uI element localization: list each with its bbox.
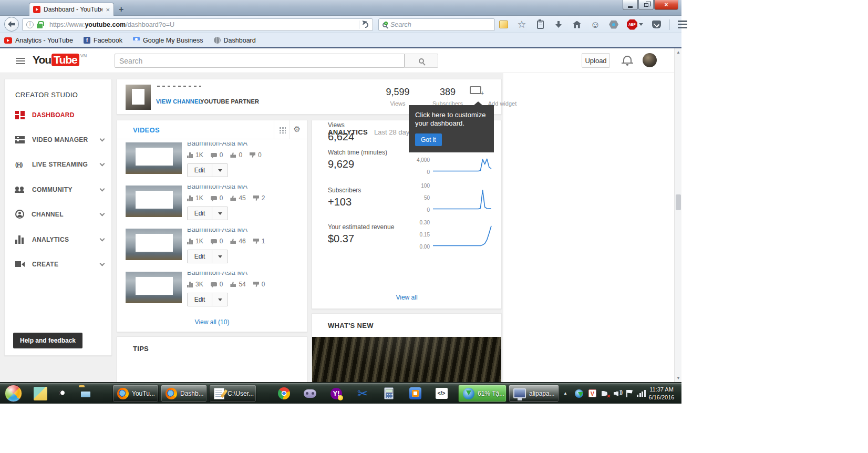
comments-icon — [211, 153, 217, 157]
sidebar-item-channel[interactable]: CHANNEL — [5, 202, 112, 226]
edit-dropdown-button[interactable] — [212, 293, 228, 306]
scissors-icon[interactable]: ✂ — [352, 385, 373, 402]
got-it-button[interactable]: Got it — [415, 133, 442, 146]
gear-icon[interactable]: ⚙ — [294, 125, 301, 134]
taskbar-button-youtube[interactable]: YouTu... — [112, 385, 159, 402]
edit-button[interactable]: Edit — [188, 250, 212, 263]
video-stats: 3K 0 54 0 — [187, 281, 268, 288]
sidebar-item-community[interactable]: COMMUNITY — [5, 177, 112, 202]
video-title-censored[interactable]: Badminton-Asia MA — [187, 272, 292, 276]
videos-view-all-link[interactable]: View all (10) — [117, 318, 307, 326]
bookmark-google-my-business[interactable]: Google My Business — [133, 37, 203, 44]
video-thumbnail[interactable] — [126, 229, 182, 260]
reading-list-icon[interactable] — [535, 19, 545, 30]
edit-dropdown-button[interactable] — [212, 164, 228, 177]
calculator-icon[interactable] — [378, 385, 399, 402]
browser-search-box[interactable]: + Search — [378, 18, 495, 31]
help-and-feedback-button[interactable]: Help and feedback — [13, 333, 82, 348]
speaker-icon[interactable] — [614, 383, 622, 404]
v-badge-icon[interactable]: V — [588, 383, 596, 404]
channel-icon — [15, 210, 24, 219]
video-thumbnail[interactable] — [126, 186, 182, 217]
youtube-search-input[interactable] — [115, 54, 405, 68]
upload-button[interactable]: Upload — [582, 53, 610, 68]
edit-dropdown-button[interactable] — [212, 250, 228, 263]
view-channel-link[interactable]: VIEW CHANNEL — [156, 98, 202, 105]
avatar[interactable] — [643, 53, 657, 67]
grid-view-icon[interactable] — [279, 127, 286, 133]
sidebar-item-dashboard[interactable]: DASHBOARD — [5, 102, 112, 127]
sidebar-item-analytics[interactable]: ANALYTICS — [5, 227, 112, 252]
notifications-bell-icon[interactable] — [623, 56, 632, 63]
community-icon — [15, 186, 25, 194]
taskbar-clock[interactable]: 11:37 AM 6/16/2016 — [643, 383, 680, 404]
feedback-smiley-icon[interactable]: ☺ — [590, 19, 601, 30]
taskbar-button-idm-download[interactable]: 61% Tậ... — [458, 385, 507, 402]
code-editor-icon[interactable]: </> — [431, 385, 452, 402]
edit-button[interactable]: Edit — [188, 207, 212, 220]
scroll-up-arrow[interactable]: ▲ — [675, 48, 682, 56]
sidebar-item-video-manager[interactable]: VIDEO MANAGER — [5, 127, 112, 152]
scrollbar-thumb[interactable] — [676, 194, 681, 210]
restore-button[interactable] — [638, 0, 654, 10]
video-thumbnail[interactable] — [126, 272, 182, 303]
tab-close-icon[interactable]: × — [106, 6, 110, 13]
video-row: Badminton-Asia MA 1K 0 0 0 Edit — [117, 142, 307, 183]
edit-dropdown-button[interactable] — [212, 207, 228, 220]
taskbar-button-notepad[interactable]: C:\User... — [209, 385, 256, 402]
url-bar[interactable]: i https://www.youtube.com/dashboard?o=U — [22, 18, 373, 31]
bookmark-facebook[interactable]: fFacebook — [84, 37, 122, 44]
chrome-icon[interactable] — [273, 385, 294, 402]
downloads-icon[interactable] — [553, 19, 564, 30]
y-axis-ticks: 100500 — [401, 186, 434, 210]
sidebar-title: CREATOR STUDIO — [15, 91, 78, 99]
minimize-button[interactable] — [623, 0, 638, 10]
bookmark-dashboard[interactable]: Dashboard — [214, 37, 256, 44]
power-plug-error-icon[interactable] — [601, 383, 609, 404]
reload-icon[interactable] — [361, 20, 369, 28]
adblock-plus-icon[interactable]: ABP — [627, 19, 643, 30]
search-placeholder: Search — [390, 21, 411, 28]
video-thumbnail[interactable] — [126, 142, 182, 174]
taskbar-button-remote-desktop[interactable]: alipapa... — [509, 385, 559, 402]
vmware-icon[interactable] — [405, 385, 426, 402]
video-title-censored[interactable]: Badminton-Asia MA — [187, 229, 292, 233]
page-scrollbar[interactable]: ▲ ▼ — [674, 48, 681, 382]
close-button[interactable]: × — [654, 0, 678, 10]
channel-avatar[interactable] — [126, 85, 151, 110]
idm-tray-icon[interactable] — [575, 383, 583, 404]
home-icon[interactable] — [572, 19, 582, 30]
youtube-logo[interactable]: You Tube VN — [33, 54, 87, 66]
video-title-censored[interactable]: Badminton-Asia MA — [187, 186, 292, 190]
info-icon[interactable]: i — [26, 21, 34, 28]
sidebar-item-create[interactable]: CREATE — [5, 252, 112, 276]
taskbar-button-dashboard[interactable]: Dashb... — [161, 385, 207, 402]
edit-button[interactable]: Edit — [188, 293, 212, 306]
scroll-down-arrow[interactable]: ▼ — [675, 374, 682, 382]
hamburger-icon[interactable] — [16, 58, 25, 64]
new-tab-button[interactable]: + — [119, 5, 123, 14]
yahoo-messenger-icon[interactable]: Y! — [326, 385, 347, 402]
analytics-view-all-link[interactable]: View all — [312, 294, 501, 301]
sidebar-item-live-streaming[interactable]: ((•)) LIVE STREAMING — [5, 152, 112, 177]
pocket-icon[interactable] — [651, 19, 662, 30]
browser-tab[interactable]: Dashboard - YouTube × — [29, 3, 114, 16]
youtube-icon — [4, 37, 12, 44]
whats-new-image[interactable] — [312, 337, 501, 382]
dashboard-icon — [15, 111, 25, 119]
hidden-icons-caret[interactable]: ▲ — [563, 383, 567, 404]
sticky-notes-icon[interactable] — [34, 387, 47, 400]
bookmark-analytics-youtube[interactable]: Analytics - YouTube — [4, 37, 73, 44]
video-title-censored[interactable]: Badminton-Asia MA — [187, 142, 292, 147]
menu-icon[interactable] — [678, 20, 687, 28]
privacy-hexagon-eye-icon[interactable] — [608, 19, 619, 30]
edit-button[interactable]: Edit — [188, 164, 212, 177]
back-button[interactable] — [4, 17, 19, 32]
action-center-flag-icon[interactable] — [626, 383, 633, 404]
start-button[interactable] — [5, 385, 22, 402]
screenshot-tool-icon[interactable] — [498, 19, 509, 30]
youtube-search-button[interactable] — [405, 54, 438, 68]
whats-new-card: WHAT'S NEW — [312, 313, 502, 382]
gamepad-icon[interactable] — [299, 385, 321, 402]
bookmark-star-icon[interactable]: ☆ — [516, 19, 527, 30]
